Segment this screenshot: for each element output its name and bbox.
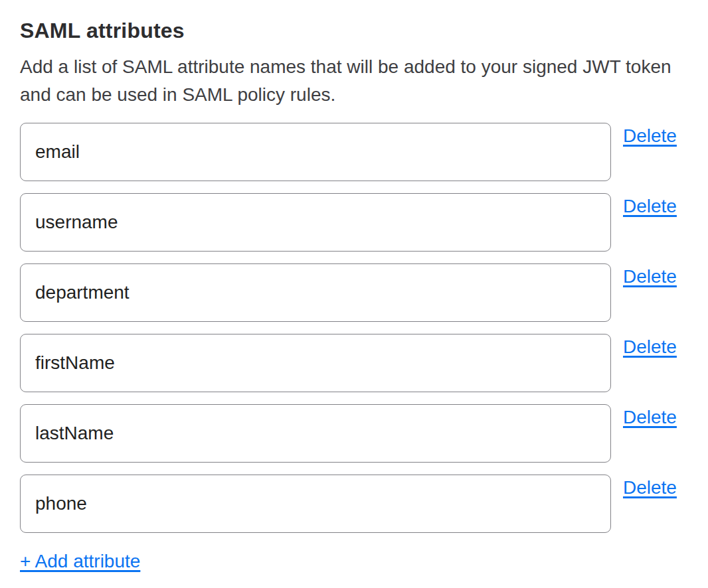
page-title: SAML attributes [20,17,688,44]
section-description: Add a list of SAML attribute names that … [20,53,688,109]
delete-attribute-link[interactable]: Delete [623,125,677,147]
delete-attribute-link[interactable]: Delete [623,407,677,428]
delete-attribute-link[interactable]: Delete [623,336,677,358]
attribute-input[interactable] [20,123,611,181]
description-line: Add a list of SAML attribute names that … [20,53,688,81]
attribute-row: Delete [20,193,688,252]
attribute-row: Delete [20,334,688,392]
delete-attribute-link[interactable]: Delete [623,266,677,287]
add-attribute-link[interactable]: + Add attribute [20,550,140,573]
attribute-input[interactable] [20,263,611,322]
attribute-row: Delete [20,475,688,533]
attribute-input[interactable] [20,334,611,392]
attribute-input[interactable] [20,475,611,533]
attribute-row: Delete [20,404,688,463]
attribute-row: Delete [20,123,688,181]
delete-attribute-link[interactable]: Delete [623,196,677,217]
attribute-input[interactable] [20,404,611,463]
description-line: and can be used in SAML policy rules. [20,81,688,109]
saml-attributes-section: SAML attributes Add a list of SAML attri… [0,0,708,588]
attribute-input[interactable] [20,193,611,252]
delete-attribute-link[interactable]: Delete [623,477,677,498]
attribute-row: Delete [20,263,688,322]
